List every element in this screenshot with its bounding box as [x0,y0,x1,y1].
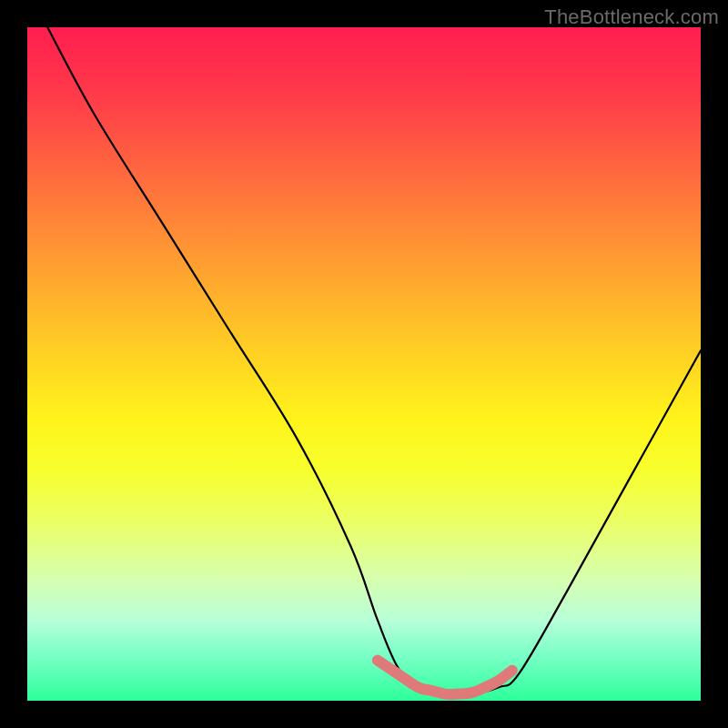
main-curve [47,27,701,695]
plot-area [27,27,701,701]
watermark-text: TheBottleneck.com [544,5,719,29]
chart-frame: TheBottleneck.com [0,0,728,728]
chart-svg [27,27,701,701]
